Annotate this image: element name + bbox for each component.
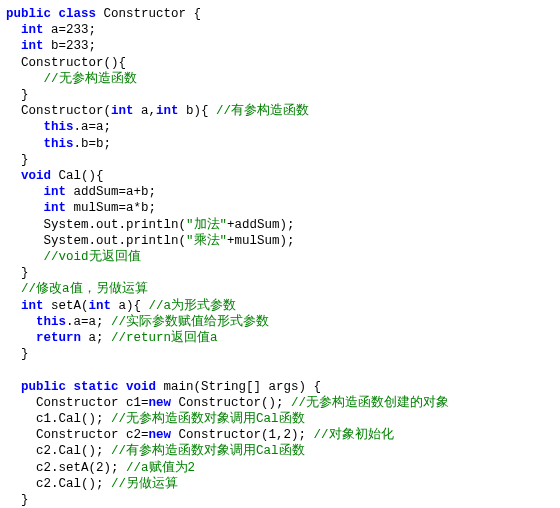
token: .a=a;	[66, 315, 111, 329]
code-line: this.a=a; //实际参数赋值给形式参数	[6, 314, 558, 330]
code-line: }	[6, 152, 558, 168]
token: c2.Cal();	[6, 444, 111, 458]
token-kw: this	[44, 120, 74, 134]
token: Cal(){	[51, 169, 104, 183]
code-line: int a=233;	[6, 22, 558, 38]
token: a;	[81, 331, 111, 345]
token	[6, 72, 44, 86]
code-line: int mulSum=a*b;	[6, 200, 558, 216]
token-cm: //void无返回值	[44, 250, 141, 264]
token	[6, 39, 21, 53]
token: main(String[] args) {	[156, 380, 321, 394]
token-kw: int	[44, 185, 67, 199]
token-cm: //return返回值a	[111, 331, 218, 345]
token-kw: class	[59, 7, 97, 21]
token	[6, 315, 36, 329]
token-kw: int	[156, 104, 179, 118]
code-line: Constructor(int a,int b){ //有参构造函数	[6, 103, 558, 119]
token-str: "乘法"	[186, 234, 227, 248]
code-line: Constructor c2=new Constructor(1,2); //对…	[6, 427, 558, 443]
token	[66, 380, 74, 394]
token	[6, 120, 44, 134]
token	[6, 380, 21, 394]
token-kw: public	[21, 380, 66, 394]
token: }	[6, 266, 29, 280]
token-kw: void	[21, 169, 51, 183]
code-line	[6, 362, 558, 378]
token	[6, 185, 44, 199]
code-line: void Cal(){	[6, 168, 558, 184]
token: .b=b;	[74, 137, 112, 151]
code-line: System.out.println("加法"+addSum);	[6, 217, 558, 233]
token	[51, 7, 59, 21]
code-line: public static void main(String[] args) {	[6, 379, 558, 395]
code-line: this.b=b;	[6, 136, 558, 152]
code-line: int b=233;	[6, 38, 558, 54]
token-kw: int	[44, 201, 67, 215]
token-kw: int	[21, 299, 44, 313]
code-line: System.out.println("乘法"+mulSum);	[6, 233, 558, 249]
token	[6, 201, 44, 215]
token	[6, 282, 21, 296]
code-line: //void无返回值	[6, 249, 558, 265]
token: }	[6, 153, 29, 167]
token: setA(	[44, 299, 89, 313]
token: Constructor {	[96, 7, 201, 21]
token: a=233;	[44, 23, 97, 37]
token-kw: int	[21, 23, 44, 37]
code-line: //无参构造函数	[6, 71, 558, 87]
code-line: }	[6, 87, 558, 103]
token: c1.Cal();	[6, 412, 111, 426]
token-cm: //无参构造函数	[44, 72, 137, 86]
token: b){	[179, 104, 217, 118]
token-kw: int	[89, 299, 112, 313]
token-kw: return	[36, 331, 81, 345]
token-kw: static	[74, 380, 119, 394]
token	[6, 250, 44, 264]
code-line: return a; //return返回值a	[6, 330, 558, 346]
token	[119, 380, 127, 394]
token-str: "加法"	[186, 218, 227, 232]
token: a,	[134, 104, 157, 118]
token	[6, 137, 44, 151]
code-line: }	[6, 346, 558, 362]
token-cm: //修改a值，另做运算	[21, 282, 148, 296]
token: Constructor(){	[6, 56, 126, 70]
token-cm: //有参构造函数对象调用Cal函数	[111, 444, 305, 458]
code-line: }	[6, 265, 558, 281]
token: }	[6, 347, 29, 361]
code-line: int addSum=a+b;	[6, 184, 558, 200]
token: +mulSum);	[227, 234, 295, 248]
token	[6, 23, 21, 37]
code-line: //修改a值，另做运算	[6, 281, 558, 297]
token: }	[6, 88, 29, 102]
token-cm: //a为形式参数	[149, 299, 237, 313]
token-cm: //a赋值为2	[126, 461, 195, 475]
code-line: c2.Cal(); //有参构造函数对象调用Cal函数	[6, 443, 558, 459]
token	[6, 331, 36, 345]
token	[6, 169, 21, 183]
token: a){	[111, 299, 149, 313]
token-cm: //另做运算	[111, 477, 178, 491]
token: Constructor(	[6, 104, 111, 118]
code-block: public class Constructor { int a=233; in…	[0, 0, 560, 508]
token: .a=a;	[74, 120, 112, 134]
token: c2.setA(2);	[6, 461, 126, 475]
code-line: this.a=a;	[6, 119, 558, 135]
token: Constructor c2=	[6, 428, 149, 442]
code-line: Constructor c1=new Constructor(); //无参构造…	[6, 395, 558, 411]
code-line: c1.Cal(); //无参构造函数对象调用Cal函数	[6, 411, 558, 427]
token-kw: new	[149, 396, 172, 410]
token-kw: new	[149, 428, 172, 442]
code-line: c2.Cal(); //另做运算	[6, 476, 558, 492]
token: mulSum=a*b;	[66, 201, 156, 215]
code-line: }	[6, 492, 558, 508]
token: b=233;	[44, 39, 97, 53]
token-kw: void	[126, 380, 156, 394]
token	[6, 299, 21, 313]
token: Constructor();	[171, 396, 291, 410]
code-line: public class Constructor {	[6, 6, 558, 22]
token: System.out.println(	[6, 234, 186, 248]
token-kw: int	[21, 39, 44, 53]
token-cm: //对象初始化	[314, 428, 394, 442]
